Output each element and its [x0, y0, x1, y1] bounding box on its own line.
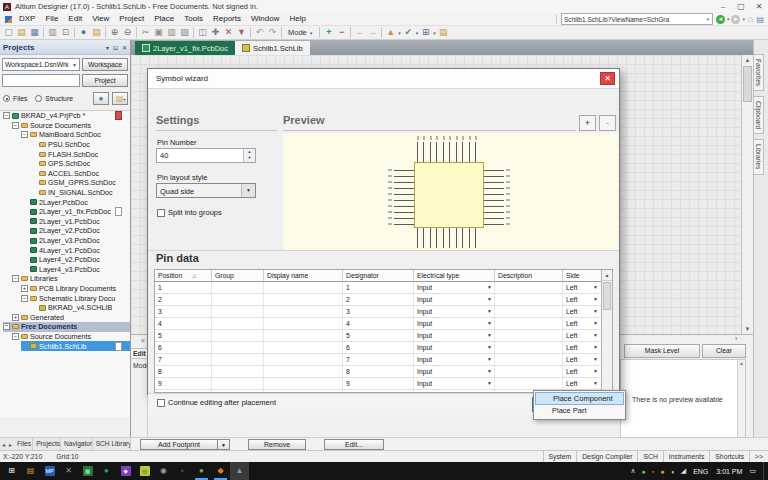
- tray-search-icon[interactable]: ●: [660, 468, 664, 475]
- chevron-down-icon[interactable]: ▼: [487, 318, 494, 329]
- menu-item-tools[interactable]: Tools: [179, 13, 208, 25]
- electrical-type-cell[interactable]: Input▼: [414, 318, 495, 329]
- checkbox-box[interactable]: [157, 209, 165, 217]
- documents-folder-icon[interactable]: ▤: [437, 26, 450, 39]
- save-icon[interactable]: ▦: [28, 26, 41, 39]
- chevron-down-icon[interactable]: ▼: [593, 318, 600, 329]
- menu-item-file[interactable]: File: [40, 13, 63, 25]
- pin-row-7[interactable]: 77Input▼Left▼: [155, 354, 612, 366]
- menu-item-place[interactable]: Place: [149, 13, 179, 25]
- minimize-button[interactable]: –: [714, 0, 732, 13]
- panel-tab-navigator[interactable]: Navigator: [61, 438, 93, 450]
- side-cell[interactable]: Left▼: [563, 306, 600, 317]
- duplicate-icon[interactable]: ▨: [178, 26, 191, 39]
- tray-chrome-icon[interactable]: ●: [642, 468, 646, 475]
- maximize-button[interactable]: ▢: [732, 0, 750, 13]
- document-icon[interactable]: ▤: [756, 15, 764, 24]
- tree-item-flash-schdoc[interactable]: FLASH.SchDoc: [0, 149, 130, 159]
- notification-center-icon[interactable]: ▭: [749, 467, 756, 475]
- menu-item-help[interactable]: Help: [284, 13, 310, 25]
- app-teal-icon[interactable]: ●: [97, 462, 116, 480]
- app-camera-icon[interactable]: ◉: [154, 462, 173, 480]
- clock[interactable]: 3:01 PM: [716, 468, 742, 475]
- open-document-icon[interactable]: ▤: [15, 26, 28, 39]
- chevron-down-icon[interactable]: ▼: [593, 306, 600, 317]
- checkbox-box[interactable]: [157, 399, 165, 407]
- menu-item-edit[interactable]: Edit: [63, 13, 87, 25]
- tree-item-schematic-library-docu[interactable]: −Schematic Library Docu: [0, 293, 130, 303]
- tree-item-gps-schdoc[interactable]: GPS.SchDoc: [0, 159, 130, 169]
- pin-row-4[interactable]: 44Input▼Left▼: [155, 318, 612, 330]
- pin-row-6[interactable]: 66Input▼Left▼: [155, 342, 612, 354]
- undo-icon[interactable]: ↶: [253, 26, 266, 39]
- chevron-down-icon[interactable]: ▾: [416, 30, 419, 36]
- chevron-down-icon[interactable]: ▾: [398, 30, 401, 36]
- zoom-out-icon[interactable]: ⊖: [121, 26, 134, 39]
- status-segment-instruments[interactable]: Instruments: [663, 451, 710, 462]
- new-document-icon[interactable]: ▢: [2, 26, 15, 39]
- side-cell[interactable]: Left▼: [563, 342, 600, 353]
- preview-zoom-out-button[interactable]: -: [599, 115, 616, 131]
- remove-icon[interactable]: −: [335, 26, 348, 39]
- chevron-down-icon[interactable]: ▼: [487, 282, 494, 293]
- mask-level-button[interactable]: Mask Level: [624, 344, 700, 358]
- open-folder-icon[interactable]: ▤: [90, 26, 103, 39]
- collapse-icon[interactable]: −: [3, 112, 10, 119]
- close-icon[interactable]: ✕: [122, 44, 127, 51]
- chevron-down-icon[interactable]: ▾: [727, 16, 730, 22]
- side-cell[interactable]: Left▼: [563, 366, 600, 377]
- print-preview-icon[interactable]: ⊡: [59, 26, 72, 39]
- chevron-down-icon[interactable]: ▼: [487, 342, 494, 353]
- chevron-down-icon[interactable]: ▼: [487, 366, 494, 377]
- tree-item-source-documents[interactable]: −Source Documents: [0, 121, 130, 131]
- chevron-right-icon[interactable]: ›: [735, 335, 737, 342]
- column-header-designator[interactable]: Designator: [343, 270, 414, 281]
- edit-button[interactable]: Edit...: [324, 439, 384, 450]
- chevron-down-icon[interactable]: ▼: [593, 282, 600, 293]
- continue-editing-checkbox[interactable]: Continue editing after placement: [157, 398, 276, 407]
- chevron-down-icon[interactable]: ▼: [593, 294, 600, 305]
- browser-home-icon[interactable]: ●: [77, 26, 90, 39]
- add-icon[interactable]: +: [322, 26, 335, 39]
- collapse-icon[interactable]: −: [3, 323, 10, 330]
- pin-number-stepper[interactable]: 40 ▲▼: [156, 148, 256, 163]
- spinner-arrows-icon[interactable]: ▲▼: [243, 149, 255, 162]
- mode-dropdown[interactable]: Mode▾: [284, 28, 317, 37]
- status-segment-shortcuts[interactable]: Shortcuts: [709, 451, 749, 462]
- pin-icon[interactable]: ⊡: [113, 44, 118, 51]
- redo-icon[interactable]: ↷: [266, 26, 279, 39]
- dialog-title-bar[interactable]: Symbol wizard ✕: [148, 69, 619, 89]
- app-orange-icon[interactable]: ◆: [211, 462, 230, 480]
- workspace-button[interactable]: Workspace: [82, 58, 128, 71]
- tree-item-bkrad-v4-schlib[interactable]: BKRAD_v4.SCHLIB: [0, 303, 130, 313]
- chevron-down-icon[interactable]: ▼: [593, 378, 600, 389]
- chevron-down-icon[interactable]: ▼: [487, 306, 494, 317]
- tree-item-libraries[interactable]: −Libraries: [0, 274, 130, 284]
- pin-row-1[interactable]: 11Input▼Left▼: [155, 282, 612, 294]
- structure-radio[interactable]: [35, 95, 42, 102]
- filter-icon[interactable]: ▼: [235, 26, 248, 39]
- tree-item-psu-schdoc[interactable]: PSU.SchDoc: [0, 140, 130, 150]
- expand-icon[interactable]: +: [21, 285, 28, 292]
- panel-tab-clipboard[interactable]: Clipboard: [754, 96, 764, 134]
- panel-tab-files[interactable]: Files: [14, 438, 33, 450]
- pin-row-3[interactable]: 33Input▼Left▼: [155, 306, 612, 318]
- place-menu-item-place-part[interactable]: Place Part: [535, 405, 624, 418]
- cut-icon[interactable]: ✂: [139, 26, 152, 39]
- copy-icon[interactable]: ▣: [152, 26, 165, 39]
- preview-zoom-in-button[interactable]: +: [579, 115, 596, 131]
- column-header-group[interactable]: Group: [212, 270, 264, 281]
- pin-row-2[interactable]: 22Input▼Left▼: [155, 294, 612, 306]
- collapse-icon[interactable]: −: [21, 131, 28, 138]
- electrical-type-cell[interactable]: Input▼: [414, 354, 495, 365]
- panel-menu-icon[interactable]: ▾: [106, 44, 109, 51]
- tray-network-icon[interactable]: ◢: [681, 467, 686, 475]
- tree-item-mainboard-schdoc[interactable]: −MainBoard.SchDoc: [0, 130, 130, 140]
- show-desktop-button[interactable]: [763, 462, 768, 480]
- tree-item-2layer-pcbdoc[interactable]: 2Layer.PcbDoc: [0, 197, 130, 207]
- doc-tab-2layer-v1-fix-pcbdoc[interactable]: 2Layer_v1_fix.PcbDoc: [135, 41, 235, 55]
- pin-row-9[interactable]: 99Input▼Left▼: [155, 378, 612, 390]
- move-object-icon[interactable]: ✚: [209, 26, 222, 39]
- electrical-type-cell[interactable]: Input▼: [414, 306, 495, 317]
- tree-item-schlib1-schlib[interactable]: Schlib1.SchLib: [0, 341, 130, 351]
